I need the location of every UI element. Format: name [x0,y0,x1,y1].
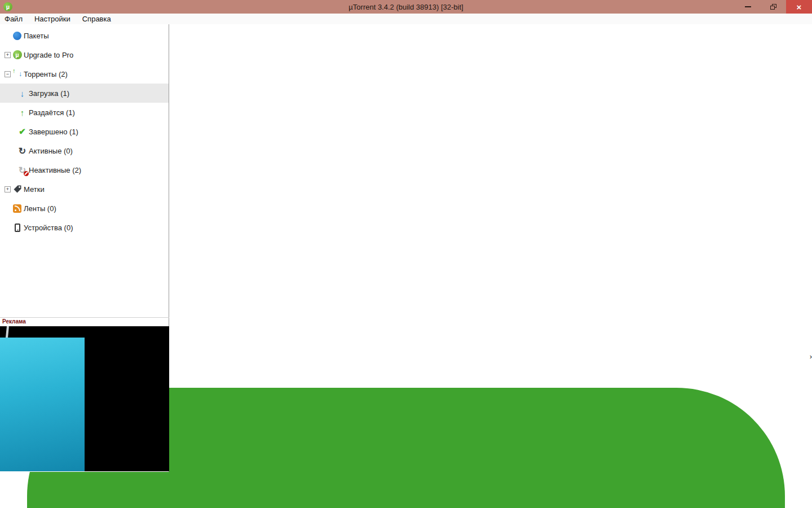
divider [0,317,169,318]
utorrent-pro-icon: µ [12,50,22,60]
sidebar-item-devices[interactable]: Устройства (0) [0,218,169,237]
restore-button[interactable] [761,0,786,14]
menu-help[interactable]: Справка [82,15,117,23]
expand-icon[interactable]: + [5,186,11,192]
sidebar-item-active[interactable]: ↻ Активные (0) [0,141,169,160]
minimize-button[interactable] [735,0,761,14]
minimize-icon [745,6,751,7]
ad-right-background [85,338,169,471]
close-button[interactable]: × [786,0,812,14]
check-icon: ✔ [17,127,27,137]
sidebar-item-seeding[interactable]: ↑ Раздаётся (1) [0,103,169,122]
utorrent-window: µ µTorrent 3.4.2 (build 38913) [32-bit] … [0,0,812,508]
rss-icon [12,204,22,213]
torrents-icon: ↑↓ [12,69,22,79]
download-arrow-icon: ↓ [17,89,27,98]
refresh-icon: ↻ [17,146,27,156]
seed-arrow-icon: ↑ [17,108,27,117]
bundle-icon [12,31,22,41]
phone-icon [12,223,22,233]
sidebar-tree: Пакеты + µ Upgrade to Pro − ↑↓ Торренты … [0,24,169,237]
window-title: µTorrent 3.4.2 (build 38913) [32-bit] [0,3,812,11]
close-icon: × [797,3,802,11]
ad-label: Реклама [2,318,26,325]
menu-file[interactable]: Файл [5,15,29,23]
titlebar: µ µTorrent 3.4.2 (build 38913) [32-bit] … [0,0,812,14]
restore-icon [770,4,776,10]
tag-icon [12,185,22,194]
scroll-right-icon[interactable]: › [810,352,812,361]
expand-icon[interactable]: + [5,52,11,58]
sidebar-item-inactive[interactable]: ↻ Неактивные (2) [0,160,169,179]
sidebar-item-feeds[interactable]: Ленты (0) [0,199,169,218]
collapse-icon[interactable]: − [5,71,11,77]
sidebar-item-torrents[interactable]: − ↑↓ Торренты (2) [0,64,169,84]
ad-left-background [0,338,85,471]
sidebar-item-bundles[interactable]: Пакеты [0,26,169,45]
sidebar-item-completed[interactable]: ✔ Завершено (1) [0,122,169,141]
menu-settings[interactable]: Настройки [34,15,77,23]
sidebar: Пакеты + µ Upgrade to Pro − ↑↓ Торренты … [0,24,169,472]
sidebar-item-upgrade-pro[interactable]: + µ Upgrade to Pro [0,45,169,64]
inactive-icon: ↻ [17,165,27,175]
menubar: Файл Настройки Справка [0,14,812,24]
sidebar-item-labels[interactable]: + Метки [0,179,169,199]
sidebar-item-downloading[interactable]: ↓ Загрузка (1) [0,84,169,103]
pirate-ad-banner[interactable]: НОВАЯ 3-D СТРАТЕГИЯ Грабить! Сражаться! … [0,326,169,471]
